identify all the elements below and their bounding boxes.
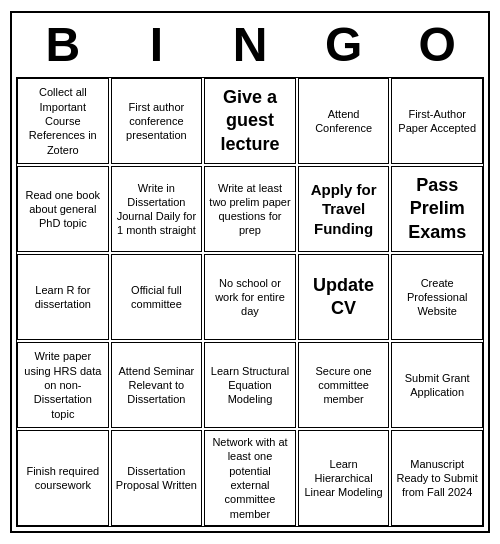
cell-text-9: Pass Prelim Exams <box>396 174 478 244</box>
bingo-cell-24[interactable]: Manuscript Ready to Submit from Fall 202… <box>391 430 483 526</box>
bingo-cell-22[interactable]: Network with at least one potential exte… <box>204 430 296 526</box>
cell-text-12: No school or work for entire day <box>209 276 291 319</box>
cell-text-1: First author conference presentation <box>116 100 198 143</box>
bingo-cell-9[interactable]: Pass Prelim Exams <box>391 166 483 252</box>
bingo-cell-8[interactable]: Apply for Travel Funding <box>298 166 390 252</box>
bingo-cell-4[interactable]: First-Author Paper Accepted <box>391 78 483 164</box>
bingo-cell-18[interactable]: Secure one committee member <box>298 342 390 428</box>
bingo-cell-1[interactable]: First author conference presentation <box>111 78 203 164</box>
bingo-header: BINGO <box>16 17 484 73</box>
cell-text-15: Write paper using HRS data on non-Disser… <box>22 349 104 420</box>
bingo-cell-7[interactable]: Write at least two prelim paper question… <box>204 166 296 252</box>
bingo-cell-3[interactable]: Attend Conference <box>298 78 390 164</box>
bingo-cell-20[interactable]: Finish required coursework <box>17 430 109 526</box>
cell-text-18: Secure one committee member <box>303 364 385 407</box>
cell-text-14: Create Professional Website <box>396 276 478 319</box>
bingo-cell-12[interactable]: No school or work for entire day <box>204 254 296 340</box>
bingo-cell-5[interactable]: Read one book about general PhD topic <box>17 166 109 252</box>
bingo-cell-19[interactable]: Submit Grant Application <box>391 342 483 428</box>
cell-text-4: First-Author Paper Accepted <box>396 107 478 136</box>
header-letter-i: I <box>112 17 200 73</box>
cell-text-22: Network with at least one potential exte… <box>209 435 291 521</box>
bingo-grid: Collect all Important Course References … <box>16 77 484 527</box>
cell-text-13: Update CV <box>303 274 385 321</box>
bingo-cell-21[interactable]: Dissertation Proposal Written <box>111 430 203 526</box>
cell-text-8: Apply for Travel Funding <box>303 180 385 239</box>
cell-text-17: Learn Structural Equation Modeling <box>209 364 291 407</box>
header-letter-b: B <box>19 17 107 73</box>
bingo-cell-15[interactable]: Write paper using HRS data on non-Disser… <box>17 342 109 428</box>
cell-text-10: Learn R for dissertation <box>22 283 104 312</box>
cell-text-5: Read one book about general PhD topic <box>22 188 104 231</box>
header-letter-g: G <box>300 17 388 73</box>
bingo-cell-10[interactable]: Learn R for dissertation <box>17 254 109 340</box>
cell-text-21: Dissertation Proposal Written <box>116 464 198 493</box>
bingo-cell-13[interactable]: Update CV <box>298 254 390 340</box>
bingo-cell-16[interactable]: Attend Seminar Relevant to Dissertation <box>111 342 203 428</box>
bingo-card: BINGO Collect all Important Course Refer… <box>10 11 490 533</box>
cell-text-6: Write in Dissertation Journal Daily for … <box>116 181 198 238</box>
bingo-cell-0[interactable]: Collect all Important Course References … <box>17 78 109 164</box>
cell-text-20: Finish required coursework <box>22 464 104 493</box>
bingo-cell-6[interactable]: Write in Dissertation Journal Daily for … <box>111 166 203 252</box>
header-letter-o: O <box>393 17 481 73</box>
cell-text-24: Manuscript Ready to Submit from Fall 202… <box>396 457 478 500</box>
cell-text-3: Attend Conference <box>303 107 385 136</box>
cell-text-0: Collect all Important Course References … <box>22 85 104 156</box>
bingo-cell-2[interactable]: Give a guest lecture <box>204 78 296 164</box>
bingo-cell-17[interactable]: Learn Structural Equation Modeling <box>204 342 296 428</box>
cell-text-19: Submit Grant Application <box>396 371 478 400</box>
cell-text-23: Learn Hierarchical Linear Modeling <box>303 457 385 500</box>
cell-text-11: Official full committee <box>116 283 198 312</box>
cell-text-7: Write at least two prelim paper question… <box>209 181 291 238</box>
bingo-cell-23[interactable]: Learn Hierarchical Linear Modeling <box>298 430 390 526</box>
bingo-cell-11[interactable]: Official full committee <box>111 254 203 340</box>
cell-text-16: Attend Seminar Relevant to Dissertation <box>116 364 198 407</box>
header-letter-n: N <box>206 17 294 73</box>
cell-text-2: Give a guest lecture <box>209 86 291 156</box>
bingo-cell-14[interactable]: Create Professional Website <box>391 254 483 340</box>
